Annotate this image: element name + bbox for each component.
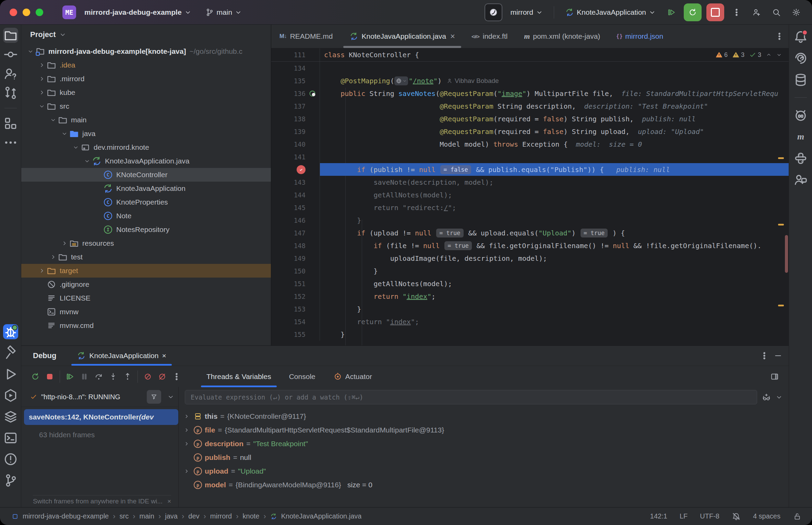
tree-chevron-icon[interactable] bbox=[37, 61, 46, 70]
step-into-button[interactable] bbox=[106, 369, 120, 384]
project-avatar[interactable]: ME bbox=[62, 5, 76, 19]
tree-chevron-icon[interactable] bbox=[60, 239, 69, 248]
breadcrumb-item[interactable]: java bbox=[165, 512, 178, 520]
tree-chevron-icon[interactable] bbox=[83, 157, 92, 166]
debug-icon[interactable] bbox=[3, 324, 18, 339]
variable-row-upload[interactable]: pupload="Upload" bbox=[182, 464, 789, 478]
debug-session-tab[interactable]: KnoteJavaApplication × bbox=[71, 346, 171, 366]
terminal-icon[interactable] bbox=[3, 430, 18, 445]
gutter-line-number[interactable]: 147 bbox=[271, 229, 306, 237]
hide-frames-filter-button[interactable] bbox=[147, 390, 161, 404]
breadcrumb-file[interactable]: KnoteJavaApplication.java bbox=[281, 512, 362, 520]
tree-item-knoteproperties[interactable]: CKnoteProperties bbox=[21, 195, 271, 209]
tree-chevron-icon[interactable] bbox=[37, 266, 46, 275]
stop-button[interactable] bbox=[706, 3, 724, 21]
tree-chevron-icon[interactable] bbox=[49, 253, 58, 261]
breadcrumb-item[interactable]: mirrord-java-debug-example bbox=[23, 512, 109, 520]
chevron-down-icon[interactable] bbox=[59, 31, 66, 38]
chevron-down-icon[interactable] bbox=[776, 394, 783, 401]
project-selector[interactable]: mirrord-java-debug-example bbox=[81, 8, 195, 16]
maven-tool-icon[interactable]: m bbox=[793, 129, 808, 144]
tree-chevron-icon[interactable] bbox=[37, 74, 46, 83]
database-icon[interactable] bbox=[793, 72, 808, 87]
gutter-line-number[interactable]: 150 bbox=[271, 267, 306, 275]
tree-item-resources[interactable]: resources bbox=[21, 236, 271, 250]
pause-button[interactable] bbox=[77, 369, 92, 384]
editor-tab-index-ftl[interactable]: <#>index.ftl bbox=[463, 25, 516, 48]
endpoint-globe-inlay[interactable] bbox=[394, 76, 408, 85]
ai-assistant-icon[interactable] bbox=[793, 51, 808, 66]
breadcrumb-item[interactable]: dev bbox=[188, 512, 199, 520]
run-icon[interactable] bbox=[3, 367, 18, 382]
gutter-line-number[interactable]: 137 bbox=[271, 102, 306, 110]
tree-item-test[interactable]: test bbox=[21, 250, 271, 264]
gutter-line-number[interactable]: 148 bbox=[271, 242, 306, 249]
code-with-me-icon[interactable] bbox=[793, 172, 808, 187]
stack-frame[interactable]: 63 hidden frames bbox=[24, 427, 178, 443]
structure-icon[interactable] bbox=[3, 116, 18, 131]
expand-chevron-icon[interactable] bbox=[182, 441, 191, 447]
next-problem-button[interactable] bbox=[776, 52, 782, 58]
git-branch-icon[interactable] bbox=[3, 473, 18, 488]
view-breakpoints-button[interactable] bbox=[141, 369, 155, 384]
tree-item-knotejavaapplication[interactable]: KnoteJavaApplication bbox=[21, 182, 271, 195]
line-separator[interactable]: LF bbox=[680, 512, 688, 520]
breakpoint-icon[interactable] bbox=[297, 165, 306, 174]
more-debug-actions-button[interactable] bbox=[169, 369, 184, 384]
layout-settings-button[interactable] bbox=[767, 369, 782, 384]
code-editor[interactable]: 111 class KNoteController { 6 3 3 134135… bbox=[271, 48, 789, 346]
tree-item-mvnw-cmd[interactable]: mvnw.cmd bbox=[21, 319, 271, 332]
tree-chevron-icon[interactable] bbox=[37, 102, 46, 111]
tree-item-mirrord-java-debug-example[interactable]: mirrord-java-debug-example [knote-java]~… bbox=[21, 45, 271, 58]
variable-row-this[interactable]: this={KNoteController@9117} bbox=[182, 410, 789, 423]
project-folder-icon[interactable] bbox=[3, 28, 18, 43]
mirrord-toggle-button[interactable] bbox=[485, 3, 502, 21]
hidden-tabs-button[interactable] bbox=[775, 32, 784, 41]
editor-scrollbar[interactable] bbox=[785, 235, 788, 273]
tree-chevron-icon[interactable] bbox=[26, 47, 35, 56]
passed-count[interactable]: 3 bbox=[749, 51, 761, 59]
problems-icon[interactable] bbox=[3, 452, 18, 467]
tree-item-java[interactable]: java bbox=[21, 127, 271, 141]
tree-chevron-icon[interactable] bbox=[60, 129, 69, 138]
tree-item--mirrord[interactable]: .mirrord bbox=[21, 72, 271, 86]
debug-options-button[interactable] bbox=[760, 351, 769, 360]
more-actions-button[interactable] bbox=[729, 5, 744, 20]
variable-row-publish[interactable]: ppublish=null bbox=[182, 451, 789, 464]
gutter-line-number[interactable]: 143 bbox=[271, 179, 306, 186]
gutter-line-number[interactable]: 136 bbox=[271, 90, 306, 97]
window-close-button[interactable] bbox=[10, 9, 17, 16]
stack-frame[interactable]: saveNotes:142, KNoteController (dev bbox=[24, 409, 178, 425]
build-icon[interactable] bbox=[3, 345, 18, 361]
variable-row-description[interactable]: pdescription="Test Breakpoint" bbox=[182, 437, 789, 451]
debug-tab-actuator[interactable]: Actuator bbox=[324, 366, 381, 387]
debug-tab-console[interactable]: Console bbox=[280, 366, 324, 387]
breadcrumb-item[interactable]: mirrord bbox=[210, 512, 232, 520]
expand-chevron-icon[interactable] bbox=[182, 414, 191, 419]
tree-item-license[interactable]: LICENSE bbox=[21, 291, 271, 305]
editor-tab-mirrord-json[interactable]: { }mirrord.json bbox=[608, 25, 671, 48]
notifications-icon[interactable] bbox=[793, 29, 808, 44]
tree-item--idea[interactable]: .idea bbox=[21, 58, 271, 72]
mute-breakpoints-button[interactable] bbox=[155, 369, 169, 384]
tree-item--gitignore[interactable]: .gitignore bbox=[21, 278, 271, 291]
close-tab-icon[interactable]: × bbox=[450, 32, 455, 41]
gutter-line-number[interactable]: 151 bbox=[271, 280, 306, 288]
evaluate-expression-input[interactable] bbox=[185, 390, 757, 404]
tree-item-src[interactable]: src bbox=[21, 99, 271, 113]
stop-process-button[interactable] bbox=[43, 369, 57, 384]
gutter-line-number[interactable]: 139 bbox=[271, 128, 306, 135]
gradle-icon[interactable] bbox=[793, 108, 808, 123]
gutter-line-number[interactable]: 145 bbox=[271, 204, 306, 211]
gutter-line-number[interactable]: 140 bbox=[271, 141, 306, 148]
breadcrumb-item[interactable]: main bbox=[140, 512, 154, 520]
file-encoding[interactable]: UTF-8 bbox=[700, 512, 719, 520]
debug-tab-threads-variables[interactable]: Threads & Variables bbox=[198, 366, 280, 387]
tree-chevron-icon[interactable] bbox=[49, 115, 58, 124]
gutter-line-number[interactable]: 144 bbox=[271, 191, 306, 199]
editor-tab-pom-xml-knote-java-[interactable]: mpom.xml (knote-java) bbox=[516, 25, 608, 48]
gutter-line-number[interactable]: 152 bbox=[271, 293, 306, 300]
services-icon[interactable] bbox=[3, 388, 18, 403]
tree-chevron-icon[interactable] bbox=[37, 88, 46, 97]
step-out-button[interactable] bbox=[120, 369, 135, 384]
